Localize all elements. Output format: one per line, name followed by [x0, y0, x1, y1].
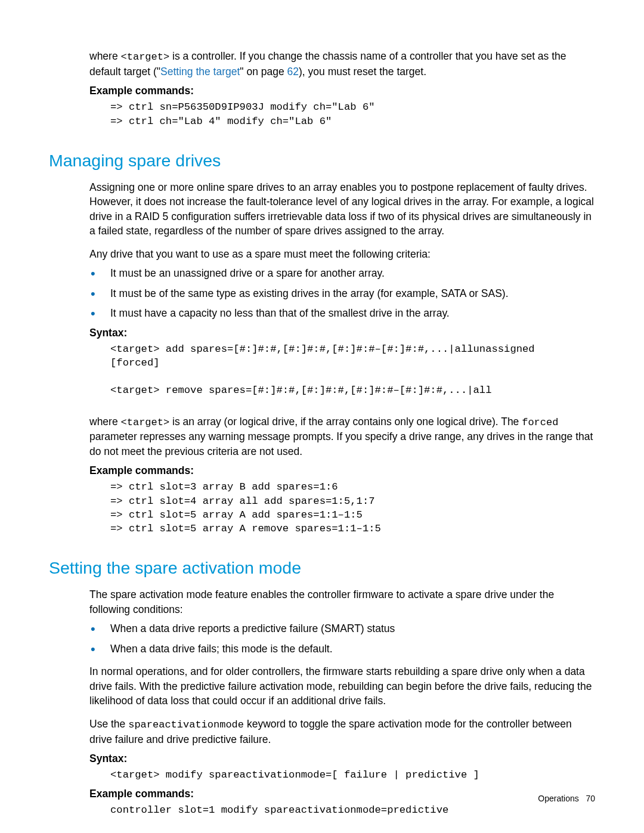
spare-paragraph-1: Assigning one or more online spare drive…	[89, 180, 595, 239]
mono-keyword: spareactivationmode	[128, 719, 244, 730]
syntax-code: <target> modify spareactivationmode=[ fa…	[110, 768, 595, 782]
footer-page-number: 70	[586, 794, 595, 803]
example-commands-label: Example commands:	[89, 85, 595, 97]
link-setting-target[interactable]: Setting the target	[160, 66, 240, 78]
syntax-label: Syntax:	[89, 753, 595, 765]
list-item: When a data drive reports a predictive f…	[110, 621, 595, 636]
text-part: parameter represses any warning message …	[89, 431, 593, 457]
text-part: Use the	[89, 718, 128, 730]
text-part: is an array (or logical drive, if the ar…	[169, 416, 522, 428]
text-part: ), you must reset the target.	[299, 66, 426, 78]
spare-criteria-list: It must be an unassigned drive or a spar…	[110, 266, 595, 321]
document-page: where <target> is a controller. If you c…	[0, 0, 644, 833]
page-footer: Operations 70	[538, 794, 595, 803]
mode-paragraph-1: The spare activation mode feature enable…	[89, 587, 595, 617]
mono-target: <target>	[121, 51, 170, 63]
example-commands-label: Example commands:	[89, 788, 595, 800]
text-part: where	[89, 50, 121, 62]
spare-paragraph-3: where <target> is an array (or logical d…	[89, 414, 595, 459]
heading-managing-spare-drives: Managing spare drives	[49, 151, 595, 171]
example-commands-code: => ctrl slot=3 array B add spares=1:6 =>…	[110, 480, 595, 535]
example-commands-code: controller slot=1 modify spareactivation…	[110, 803, 595, 817]
intro-paragraph: where <target> is a controller. If you c…	[89, 49, 595, 79]
text-part: where	[89, 416, 121, 428]
mode-conditions-list: When a data drive reports a predictive f…	[110, 621, 595, 656]
list-item: When a data drive fails; this mode is th…	[110, 642, 595, 657]
syntax-label: Syntax:	[89, 327, 595, 339]
mode-paragraph-2: In normal operations, and for older cont…	[89, 664, 595, 708]
spare-paragraph-2: Any drive that you want to use as a spar…	[89, 247, 595, 262]
example-commands-label: Example commands:	[89, 465, 595, 477]
syntax-code: <target> add spares=[#:]#:#,[#:]#:#,[#:]…	[110, 342, 595, 398]
link-page-num[interactable]: 62	[287, 66, 299, 78]
text-part: " on page	[240, 66, 287, 78]
list-item: It must be an unassigned drive or a spar…	[110, 266, 595, 281]
heading-spare-activation-mode: Setting the spare activation mode	[49, 558, 595, 578]
mono-forced: forced	[522, 417, 558, 428]
footer-section: Operations	[538, 794, 578, 803]
list-item: It must have a capacity no less than tha…	[110, 306, 595, 321]
mode-paragraph-3: Use the spareactivationmode keyword to t…	[89, 717, 595, 747]
mono-target: <target>	[121, 417, 170, 428]
example-commands-code: => ctrl sn=P56350D9IP903J modify ch="Lab…	[110, 100, 595, 128]
list-item: It must be of the same type as existing …	[110, 286, 595, 301]
